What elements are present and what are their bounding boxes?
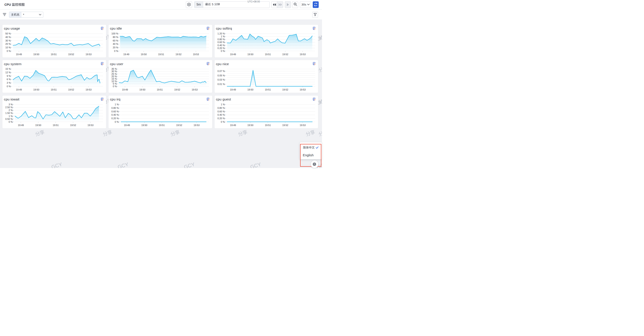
svg-text:15 %: 15 % <box>6 67 11 70</box>
svg-text:25 %: 25 % <box>112 73 117 75</box>
svg-text:1 %: 1 % <box>221 35 225 38</box>
svg-text:50 %: 50 % <box>6 32 11 35</box>
svg-text:6 %: 6 % <box>7 78 11 81</box>
svg-text:15 %: 15 % <box>112 77 117 80</box>
svg-text:19:50: 19:50 <box>140 88 146 91</box>
svg-text:19:49: 19:49 <box>230 53 236 56</box>
svg-text:19:52: 19:52 <box>68 88 74 91</box>
svg-text:0.50 %: 0.50 % <box>5 117 13 120</box>
svg-text:19:49: 19:49 <box>122 88 128 91</box>
svg-text:0.60 %: 0.60 % <box>112 110 119 113</box>
svg-text:9 %: 9 % <box>7 75 11 77</box>
svg-text:19:50: 19:50 <box>141 53 147 56</box>
svg-text:19:53: 19:53 <box>194 124 200 126</box>
svg-text:19:52: 19:52 <box>70 124 76 126</box>
svg-text:0.05 %: 0.05 % <box>218 74 225 77</box>
svg-text:19:50: 19:50 <box>35 124 41 126</box>
svg-text:100 %: 100 % <box>112 32 118 35</box>
svg-text:19:53: 19:53 <box>86 88 92 91</box>
svg-text:19:52: 19:52 <box>282 53 288 56</box>
svg-text:19:53: 19:53 <box>86 53 92 56</box>
svg-text:19:52: 19:52 <box>68 53 74 56</box>
svg-text:19:53: 19:53 <box>88 124 94 126</box>
svg-text:19:53: 19:53 <box>193 53 199 56</box>
svg-text:19:49: 19:49 <box>16 53 22 56</box>
svg-text:0 %: 0 % <box>221 120 225 123</box>
svg-text:0.03 %: 0.03 % <box>218 78 225 81</box>
svg-text:0 %: 0 % <box>7 49 11 52</box>
svg-text:20 %: 20 % <box>113 46 118 49</box>
svg-text:19:53: 19:53 <box>192 88 198 91</box>
svg-text:19:52: 19:52 <box>174 88 180 91</box>
svg-text:2.50 %: 2.50 % <box>5 106 13 109</box>
svg-text:0.01 %: 0.01 % <box>218 83 225 85</box>
svg-text:19:52: 19:52 <box>282 88 288 91</box>
svg-text:19:49: 19:49 <box>230 124 236 126</box>
svg-text:19:53: 19:53 <box>300 124 306 126</box>
svg-text:19:50: 19:50 <box>33 88 39 91</box>
svg-text:0 %: 0 % <box>114 49 118 52</box>
svg-text:19:50: 19:50 <box>33 53 39 56</box>
svg-text:0.20 %: 0.20 % <box>218 117 225 120</box>
svg-text:0 %: 0 % <box>8 120 13 123</box>
svg-text:2 %: 2 % <box>8 109 13 111</box>
svg-text:19:49: 19:49 <box>124 124 130 126</box>
svg-text:0.40 %: 0.40 % <box>112 113 119 116</box>
svg-text:0.20 %: 0.20 % <box>218 46 225 49</box>
svg-text:1.50 %: 1.50 % <box>5 112 13 114</box>
svg-text:1 %: 1 % <box>8 115 13 117</box>
svg-text:19:49: 19:49 <box>16 88 22 91</box>
svg-text:20 %: 20 % <box>6 43 11 45</box>
svg-text:0 %: 0 % <box>115 120 119 123</box>
svg-text:19:52: 19:52 <box>176 53 182 56</box>
svg-text:19:49: 19:49 <box>18 124 24 126</box>
svg-text:0.60 %: 0.60 % <box>218 41 225 43</box>
svg-text:0.80 %: 0.80 % <box>218 107 225 109</box>
svg-text:0 %: 0 % <box>221 49 225 52</box>
svg-text:40 %: 40 % <box>6 35 11 38</box>
svg-text:19:51: 19:51 <box>158 53 164 56</box>
svg-text:0.20 %: 0.20 % <box>112 117 119 120</box>
svg-text:0.80 %: 0.80 % <box>112 107 119 109</box>
svg-text:3 %: 3 % <box>8 103 13 106</box>
svg-text:5: 5 <box>212 3 214 6</box>
svg-text:19:51: 19:51 <box>265 53 271 56</box>
svg-text:1.20 %: 1.20 % <box>218 32 225 35</box>
svg-text:19:53: 19:53 <box>300 53 306 56</box>
svg-text:40 %: 40 % <box>113 43 118 45</box>
svg-text:19:50: 19:50 <box>247 88 253 91</box>
svg-text:19:51: 19:51 <box>265 124 271 126</box>
svg-text:20 %: 20 % <box>112 75 117 78</box>
svg-text:0.80 %: 0.80 % <box>218 38 225 41</box>
svg-text:19:51: 19:51 <box>157 88 163 91</box>
svg-text:19:52: 19:52 <box>176 124 182 126</box>
svg-text:19:50: 19:50 <box>142 124 148 126</box>
svg-text:19:49: 19:49 <box>123 53 129 56</box>
svg-text:0.40 %: 0.40 % <box>218 44 225 46</box>
svg-text:30 %: 30 % <box>6 39 11 42</box>
svg-text:19:51: 19:51 <box>265 88 271 91</box>
svg-text:10 %: 10 % <box>6 46 11 49</box>
svg-text:0 %: 0 % <box>7 85 11 88</box>
svg-text:19:51: 19:51 <box>51 88 57 91</box>
svg-text:1 %: 1 % <box>221 103 225 106</box>
svg-text:19:51: 19:51 <box>53 124 59 126</box>
svg-text:19:50: 19:50 <box>247 124 253 126</box>
svg-text:0.60 %: 0.60 % <box>218 110 225 113</box>
svg-text:19:52: 19:52 <box>282 124 288 126</box>
svg-text:19:53: 19:53 <box>300 88 306 91</box>
svg-text:1 %: 1 % <box>115 103 119 106</box>
svg-text:19:51: 19:51 <box>51 53 57 56</box>
svg-text:5 %: 5 % <box>113 83 117 85</box>
svg-text:12 %: 12 % <box>6 71 11 74</box>
svg-text:60 %: 60 % <box>113 39 118 42</box>
svg-text:0 %: 0 % <box>113 85 117 88</box>
svg-text:19:49: 19:49 <box>230 88 236 91</box>
svg-text:30 %: 30 % <box>112 70 117 73</box>
svg-text:3 %: 3 % <box>7 81 11 84</box>
svg-text:19:50: 19:50 <box>247 53 253 56</box>
svg-text:0.40 %: 0.40 % <box>218 113 225 116</box>
svg-text:0.07 %: 0.07 % <box>218 70 225 72</box>
svg-text:80 %: 80 % <box>113 35 118 38</box>
svg-text:19:51: 19:51 <box>159 124 165 126</box>
